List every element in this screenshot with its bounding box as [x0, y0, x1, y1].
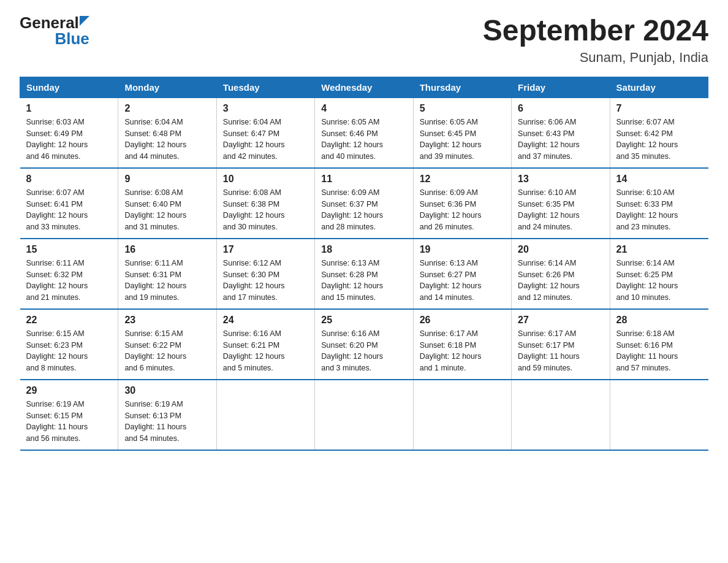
day-info: Sunrise: 6:11 AMSunset: 6:32 PMDaylight:…	[26, 259, 88, 302]
calendar-day-cell: 29 Sunrise: 6:19 AMSunset: 6:15 PMDaylig…	[20, 380, 118, 450]
calendar-week-row: 29 Sunrise: 6:19 AMSunset: 6:15 PMDaylig…	[20, 380, 708, 450]
day-info: Sunrise: 6:13 AMSunset: 6:28 PMDaylight:…	[321, 259, 383, 302]
header-thursday: Thursday	[413, 77, 511, 98]
day-number: 12	[420, 174, 505, 185]
day-info: Sunrise: 6:18 AMSunset: 6:16 PMDaylight:…	[616, 329, 678, 372]
calendar-day-cell: 25 Sunrise: 6:16 AMSunset: 6:20 PMDaylig…	[315, 309, 413, 380]
calendar-day-cell	[610, 380, 708, 450]
calendar-body: 1 Sunrise: 6:03 AMSunset: 6:49 PMDayligh…	[20, 98, 708, 450]
header-monday: Monday	[118, 77, 216, 98]
day-number: 17	[223, 244, 308, 255]
calendar-day-cell: 9 Sunrise: 6:08 AMSunset: 6:40 PMDayligh…	[118, 168, 216, 239]
logo-triangle-icon	[80, 16, 89, 26]
day-info: Sunrise: 6:19 AMSunset: 6:15 PMDaylight:…	[26, 400, 88, 443]
calendar-day-cell: 2 Sunrise: 6:04 AMSunset: 6:48 PMDayligh…	[118, 98, 216, 168]
day-info: Sunrise: 6:07 AMSunset: 6:41 PMDaylight:…	[26, 188, 88, 231]
calendar-day-cell: 4 Sunrise: 6:05 AMSunset: 6:46 PMDayligh…	[315, 98, 413, 168]
calendar-day-cell: 6 Sunrise: 6:06 AMSunset: 6:43 PMDayligh…	[512, 98, 610, 168]
calendar-subtitle: Sunam, Punjab, India	[483, 50, 708, 66]
calendar-day-cell: 24 Sunrise: 6:16 AMSunset: 6:21 PMDaylig…	[216, 309, 314, 380]
calendar-day-cell: 7 Sunrise: 6:07 AMSunset: 6:42 PMDayligh…	[610, 98, 708, 168]
day-info: Sunrise: 6:14 AMSunset: 6:26 PMDaylight:…	[518, 259, 580, 302]
day-info: Sunrise: 6:16 AMSunset: 6:20 PMDaylight:…	[321, 329, 383, 372]
day-info: Sunrise: 6:14 AMSunset: 6:25 PMDaylight:…	[616, 259, 678, 302]
day-info: Sunrise: 6:07 AMSunset: 6:42 PMDaylight:…	[616, 118, 678, 161]
calendar-day-cell: 12 Sunrise: 6:09 AMSunset: 6:36 PMDaylig…	[413, 168, 511, 239]
calendar-day-cell: 26 Sunrise: 6:17 AMSunset: 6:18 PMDaylig…	[413, 309, 511, 380]
day-number: 28	[616, 315, 702, 326]
header-saturday: Saturday	[610, 77, 708, 98]
calendar-day-cell: 15 Sunrise: 6:11 AMSunset: 6:32 PMDaylig…	[20, 239, 118, 309]
day-info: Sunrise: 6:05 AMSunset: 6:46 PMDaylight:…	[321, 118, 383, 161]
day-info: Sunrise: 6:12 AMSunset: 6:30 PMDaylight:…	[223, 259, 285, 302]
svg-marker-0	[80, 16, 89, 26]
calendar-day-cell: 23 Sunrise: 6:15 AMSunset: 6:22 PMDaylig…	[118, 309, 216, 380]
calendar-day-cell: 18 Sunrise: 6:13 AMSunset: 6:28 PMDaylig…	[315, 239, 413, 309]
calendar-day-cell: 30 Sunrise: 6:19 AMSunset: 6:13 PMDaylig…	[118, 380, 216, 450]
calendar-day-cell: 11 Sunrise: 6:09 AMSunset: 6:37 PMDaylig…	[315, 168, 413, 239]
header-tuesday: Tuesday	[216, 77, 314, 98]
day-info: Sunrise: 6:09 AMSunset: 6:36 PMDaylight:…	[420, 188, 482, 231]
calendar-day-cell: 10 Sunrise: 6:08 AMSunset: 6:38 PMDaylig…	[216, 168, 314, 239]
day-info: Sunrise: 6:08 AMSunset: 6:38 PMDaylight:…	[223, 188, 285, 231]
day-number: 10	[223, 174, 308, 185]
day-info: Sunrise: 6:11 AMSunset: 6:31 PMDaylight:…	[124, 259, 186, 302]
calendar-day-cell: 13 Sunrise: 6:10 AMSunset: 6:35 PMDaylig…	[512, 168, 610, 239]
day-number: 19	[420, 244, 505, 255]
logo-blue-text: Blue	[55, 31, 89, 47]
calendar-day-cell: 17 Sunrise: 6:12 AMSunset: 6:30 PMDaylig…	[216, 239, 314, 309]
day-info: Sunrise: 6:09 AMSunset: 6:37 PMDaylight:…	[321, 188, 383, 231]
day-number: 22	[26, 315, 112, 326]
day-number: 1	[26, 103, 112, 114]
calendar-day-cell	[413, 380, 511, 450]
title-area: September 2024 Sunam, Punjab, India	[483, 15, 708, 66]
day-number: 2	[124, 103, 210, 114]
page-header: General Blue September 2024 Sunam, Punja…	[20, 15, 708, 66]
calendar-day-cell: 5 Sunrise: 6:05 AMSunset: 6:45 PMDayligh…	[413, 98, 511, 168]
calendar-day-cell	[512, 380, 610, 450]
calendar-header: Sunday Monday Tuesday Wednesday Thursday…	[20, 77, 708, 98]
calendar-day-cell: 27 Sunrise: 6:17 AMSunset: 6:17 PMDaylig…	[512, 309, 610, 380]
day-number: 23	[124, 315, 210, 326]
calendar-day-cell: 19 Sunrise: 6:13 AMSunset: 6:27 PMDaylig…	[413, 239, 511, 309]
header-friday: Friday	[512, 77, 610, 98]
day-number: 25	[321, 315, 406, 326]
calendar-day-cell	[216, 380, 314, 450]
day-number: 21	[616, 244, 702, 255]
calendar-day-cell: 14 Sunrise: 6:10 AMSunset: 6:33 PMDaylig…	[610, 168, 708, 239]
day-info: Sunrise: 6:04 AMSunset: 6:47 PMDaylight:…	[223, 118, 285, 161]
calendar-day-cell: 8 Sunrise: 6:07 AMSunset: 6:41 PMDayligh…	[20, 168, 118, 239]
calendar-week-row: 15 Sunrise: 6:11 AMSunset: 6:32 PMDaylig…	[20, 239, 708, 309]
calendar-day-cell: 22 Sunrise: 6:15 AMSunset: 6:23 PMDaylig…	[20, 309, 118, 380]
header-wednesday: Wednesday	[315, 77, 413, 98]
day-number: 6	[518, 103, 603, 114]
calendar-table: Sunday Monday Tuesday Wednesday Thursday…	[20, 77, 708, 451]
day-info: Sunrise: 6:16 AMSunset: 6:21 PMDaylight:…	[223, 329, 285, 372]
day-number: 9	[124, 174, 210, 185]
day-info: Sunrise: 6:13 AMSunset: 6:27 PMDaylight:…	[420, 259, 482, 302]
day-number: 13	[518, 174, 603, 185]
day-number: 5	[420, 103, 505, 114]
day-info: Sunrise: 6:05 AMSunset: 6:45 PMDaylight:…	[420, 118, 482, 161]
day-info: Sunrise: 6:10 AMSunset: 6:33 PMDaylight:…	[616, 188, 678, 231]
day-info: Sunrise: 6:17 AMSunset: 6:18 PMDaylight:…	[420, 329, 482, 372]
days-header-row: Sunday Monday Tuesday Wednesday Thursday…	[20, 77, 708, 98]
day-number: 30	[124, 385, 210, 396]
calendar-day-cell: 20 Sunrise: 6:14 AMSunset: 6:26 PMDaylig…	[512, 239, 610, 309]
day-number: 8	[26, 174, 112, 185]
day-info: Sunrise: 6:15 AMSunset: 6:23 PMDaylight:…	[26, 329, 88, 372]
day-number: 24	[223, 315, 308, 326]
day-info: Sunrise: 6:08 AMSunset: 6:40 PMDaylight:…	[124, 188, 186, 231]
logo: General Blue	[20, 15, 89, 47]
day-number: 29	[26, 385, 112, 396]
day-info: Sunrise: 6:04 AMSunset: 6:48 PMDaylight:…	[124, 118, 186, 161]
day-number: 16	[124, 244, 210, 255]
calendar-week-row: 1 Sunrise: 6:03 AMSunset: 6:49 PMDayligh…	[20, 98, 708, 168]
calendar-day-cell: 1 Sunrise: 6:03 AMSunset: 6:49 PMDayligh…	[20, 98, 118, 168]
day-number: 18	[321, 244, 406, 255]
day-info: Sunrise: 6:15 AMSunset: 6:22 PMDaylight:…	[124, 329, 186, 372]
calendar-day-cell: 16 Sunrise: 6:11 AMSunset: 6:31 PMDaylig…	[118, 239, 216, 309]
logo-general-text: General	[20, 15, 79, 31]
calendar-week-row: 22 Sunrise: 6:15 AMSunset: 6:23 PMDaylig…	[20, 309, 708, 380]
day-info: Sunrise: 6:06 AMSunset: 6:43 PMDaylight:…	[518, 118, 580, 161]
